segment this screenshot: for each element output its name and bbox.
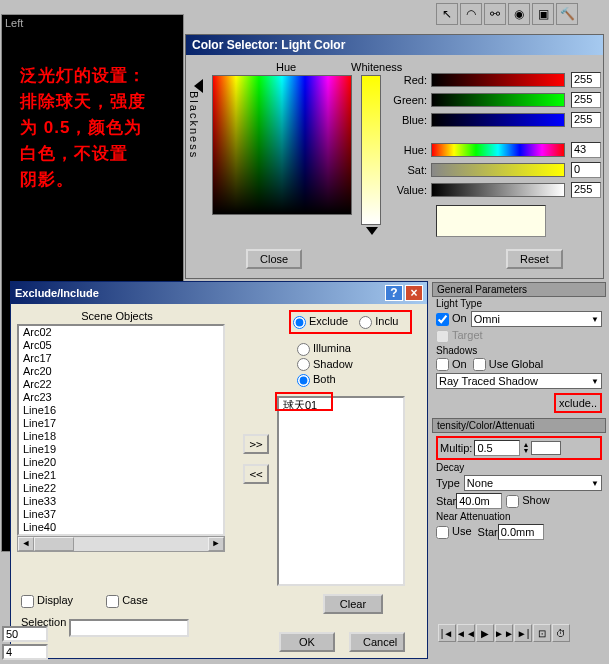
scroll-right-icon[interactable]: ► <box>208 537 224 551</box>
help-button[interactable]: ? <box>385 285 403 301</box>
dialog-title: Exclude/Include <box>15 287 383 299</box>
exclude-button[interactable]: xclude.. <box>554 393 602 413</box>
scroll-left-icon[interactable]: ◄ <box>18 537 34 551</box>
exclude-include-dialog: Exclude/Include ? × Scene Objects Arc02A… <box>10 281 428 659</box>
clear-button[interactable]: Clear <box>323 594 383 614</box>
list-item[interactable]: Line20 <box>19 456 223 469</box>
color-swatch[interactable] <box>436 205 546 237</box>
shadows-on-checkbox[interactable]: On <box>436 358 467 372</box>
add-button[interactable]: >> <box>243 434 269 454</box>
val-slider[interactable] <box>431 183 565 197</box>
goto-start-icon[interactable]: |◄ <box>438 624 456 642</box>
show-checkbox[interactable]: Show <box>506 494 550 508</box>
bottom-inputs: 50 4 <box>2 626 48 660</box>
hue-label: Hue <box>276 61 296 73</box>
green-slider[interactable] <box>431 93 565 107</box>
list-item[interactable]: Arc17 <box>19 352 223 365</box>
decay-label: Decay <box>436 462 602 473</box>
on-checkbox[interactable]: On <box>436 312 467 326</box>
input-1[interactable]: 50 <box>2 626 48 642</box>
list-item[interactable]: Arc22 <box>19 378 223 391</box>
motion-icon[interactable]: ◉ <box>508 3 530 25</box>
light-color-swatch[interactable] <box>531 441 561 455</box>
scroll-thumb[interactable] <box>34 537 74 551</box>
multiplier-label: Multip: <box>440 442 472 454</box>
red-value[interactable]: 255 <box>571 72 601 88</box>
selection-sets-dropdown[interactable] <box>69 619 189 637</box>
hue-slider[interactable] <box>431 143 565 157</box>
hue-picker[interactable] <box>212 75 352 215</box>
start-label: Star <box>436 495 456 507</box>
whiteness-slider[interactable] <box>361 75 381 225</box>
sat-value[interactable]: 0 <box>571 162 601 178</box>
list-item[interactable]: Arc23 <box>19 391 223 404</box>
light-type-dropdown[interactable]: Omni <box>471 311 602 327</box>
remove-button[interactable]: << <box>243 464 269 484</box>
list-item[interactable]: Line17 <box>19 417 223 430</box>
next-frame-icon[interactable]: ►► <box>495 624 513 642</box>
include-radio[interactable]: Inclu <box>359 315 398 329</box>
intensity-header[interactable]: tensity/Color/Attenuati <box>432 418 606 433</box>
input-2[interactable]: 4 <box>2 644 48 660</box>
time-config-icon[interactable]: ⏱ <box>552 624 570 642</box>
whiteness-arrow-icon[interactable] <box>366 227 378 235</box>
create-toolbar: ↖ ◠ ⚯ ◉ ▣ 🔨 <box>434 0 609 28</box>
arrow-icon[interactable]: ↖ <box>436 3 458 25</box>
scene-objects-list[interactable]: Arc02Arc05Arc17Arc20Arc22Arc23Line16Line… <box>17 324 225 536</box>
list-item[interactable]: Arc05 <box>19 339 223 352</box>
blue-slider[interactable] <box>431 113 565 127</box>
arc-icon[interactable]: ◠ <box>460 3 482 25</box>
near-start-spinner[interactable]: 0.0mm <box>498 524 544 540</box>
blue-value[interactable]: 255 <box>571 112 601 128</box>
list-item[interactable]: Line21 <box>19 469 223 482</box>
target-checkbox[interactable]: Target <box>436 329 483 343</box>
utilities-icon[interactable]: 🔨 <box>556 3 578 25</box>
sat-slider[interactable] <box>431 163 565 177</box>
shadow-radio[interactable]: Shadow <box>297 358 353 372</box>
green-value[interactable]: 255 <box>571 92 601 108</box>
general-parameters-header[interactable]: General Parameters <box>432 282 606 297</box>
case-checkbox[interactable]: Case <box>106 594 148 606</box>
spinner-arrows-icon[interactable]: ▲▼ <box>522 442 529 454</box>
decay-type-dropdown[interactable]: None <box>464 475 602 491</box>
shadow-type-dropdown[interactable]: Ray Traced Shadow <box>436 373 602 389</box>
red-slider[interactable] <box>431 73 565 87</box>
display-icon[interactable]: ▣ <box>532 3 554 25</box>
list-item[interactable]: Line16 <box>19 404 223 417</box>
key-mode-icon[interactable]: ⊡ <box>533 624 551 642</box>
list-item[interactable]: Line22 <box>19 482 223 495</box>
scrollbar-horizontal[interactable]: ◄ ► <box>17 536 225 552</box>
val-value[interactable]: 255 <box>571 182 601 198</box>
list-item[interactable]: Line18 <box>19 430 223 443</box>
window-title[interactable]: Color Selector: Light Color <box>186 35 603 55</box>
illumination-radio[interactable]: Illumina <box>297 342 353 356</box>
hierarchy-icon[interactable]: ⚯ <box>484 3 506 25</box>
both-radio[interactable]: Both <box>297 373 353 387</box>
close-icon[interactable]: × <box>405 285 423 301</box>
target-list[interactable]: 球天01 <box>277 396 405 586</box>
list-item[interactable]: Line40 <box>19 521 223 534</box>
decay-start-spinner[interactable]: 40.0m <box>456 493 502 509</box>
goto-end-icon[interactable]: ►| <box>514 624 532 642</box>
list-item[interactable]: Arc02 <box>19 326 223 339</box>
hue-value[interactable]: 43 <box>571 142 601 158</box>
play-icon[interactable]: ▶ <box>476 624 494 642</box>
close-button[interactable]: Close <box>246 249 302 269</box>
ok-button[interactable]: OK <box>279 632 335 652</box>
use-global-checkbox[interactable]: Use Global <box>473 358 543 372</box>
list-item[interactable]: Line37 <box>19 508 223 521</box>
list-item[interactable]: Line33 <box>19 495 223 508</box>
use-checkbox[interactable]: Use <box>436 525 472 539</box>
display-checkbox[interactable]: Display <box>21 594 73 606</box>
cancel-button[interactable]: Cancel <box>349 632 405 652</box>
near-atten-label: Near Attenuation <box>436 511 602 522</box>
green-label: Green: <box>391 94 431 106</box>
list-item[interactable]: Line19 <box>19 443 223 456</box>
multiplier-spinner[interactable]: 0.5 <box>474 440 520 456</box>
exclude-radio[interactable]: Exclude <box>293 315 348 329</box>
list-item[interactable]: Arc20 <box>19 365 223 378</box>
viewport-label: Left <box>3 16 25 30</box>
reset-button[interactable]: Reset <box>506 249 563 269</box>
dialog-titlebar[interactable]: Exclude/Include ? × <box>11 282 427 304</box>
prev-frame-icon[interactable]: ◄◄ <box>457 624 475 642</box>
